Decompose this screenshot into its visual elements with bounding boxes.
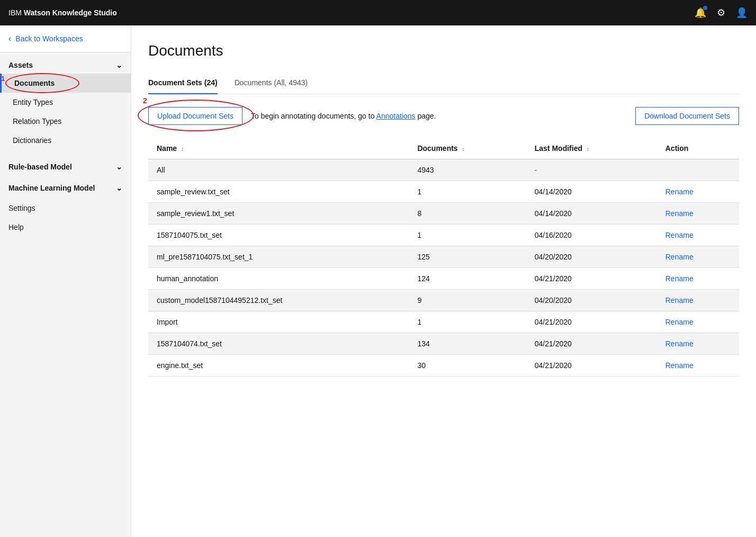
col-last-modified-label: Last Modified	[535, 144, 582, 153]
cell-documents: 9	[409, 290, 526, 311]
table-row: ml_pre1587104075.txt_set_112504/20/2020R…	[148, 246, 739, 268]
cell-last-modified: 04/14/2020	[526, 181, 657, 203]
cell-action[interactable]: Rename	[657, 203, 739, 225]
back-arrow-icon: ‹	[8, 34, 11, 43]
cell-name: sample_review.txt_set	[148, 181, 409, 203]
cell-documents: 8	[409, 203, 526, 225]
user-icon[interactable]: 👤	[736, 7, 748, 19]
cell-action[interactable]: Rename	[657, 268, 739, 290]
cell-action[interactable]: Rename	[657, 355, 739, 377]
table-row: 1587104074.txt_set13404/21/2020Rename	[148, 333, 739, 355]
rule-based-model-header[interactable]: Rule-based Model ⌄	[0, 154, 131, 175]
sidebar-item-label-entity-types: Entity Types	[13, 98, 53, 106]
tab-document-sets-label: Document Sets (24)	[148, 78, 218, 87]
cell-documents: 134	[409, 333, 526, 355]
layout: ‹ Back to Workspaces Assets ⌄ 1 Document…	[0, 25, 756, 537]
sidebar-item-relation-types[interactable]: Relation Types	[0, 112, 131, 131]
cell-name: 1587104074.txt_set	[148, 333, 409, 355]
download-document-sets-button[interactable]: Download Document Sets	[635, 107, 739, 125]
table-row: custom_model1587104495212.txt_set904/20/…	[148, 290, 739, 311]
cell-documents: 1	[409, 225, 526, 246]
cell-last-modified: -	[526, 159, 657, 181]
notification-icon[interactable]: 🔔	[695, 7, 706, 19]
action-bar-left: 2 Upload Document Sets To begin annotati…	[148, 107, 436, 125]
cell-last-modified: 04/21/2020	[526, 355, 657, 377]
info-text: To begin annotating documents, go to	[251, 112, 375, 120]
table-header: Name ↕ Documents ↕ Last Modified ↕ Actio…	[148, 138, 739, 159]
col-action-label: Action	[665, 144, 689, 153]
cell-last-modified: 04/20/2020	[526, 246, 657, 268]
cell-last-modified: 04/16/2020	[526, 225, 657, 246]
documents-sort-icon[interactable]: ↕	[462, 146, 465, 152]
cell-action[interactable]: Rename	[657, 290, 739, 311]
cell-name: All	[148, 159, 409, 181]
assets-section-header[interactable]: Assets ⌄	[0, 52, 131, 74]
cell-last-modified: 04/20/2020	[526, 290, 657, 311]
annotations-link[interactable]: Annotations	[376, 112, 416, 120]
sidebar-item-label-settings: Settings	[8, 204, 35, 212]
tabs: Document Sets (24) Documents (All, 4943)	[148, 72, 739, 94]
col-header-last-modified: Last Modified ↕	[526, 138, 657, 159]
cell-last-modified: 04/21/2020	[526, 311, 657, 333]
upload-document-sets-button[interactable]: Upload Document Sets	[148, 107, 242, 125]
sidebar-item-settings[interactable]: Settings	[0, 199, 131, 218]
cell-documents: 124	[409, 268, 526, 290]
tab-document-sets[interactable]: Document Sets (24)	[148, 72, 218, 94]
action-bar-info: To begin annotating documents, go to Ann…	[251, 112, 436, 120]
app-title: IBM Watson Knowledge Studio	[8, 8, 117, 17]
cell-action[interactable]: Rename	[657, 181, 739, 203]
cell-action[interactable]: Rename	[657, 225, 739, 246]
cell-last-modified: 04/14/2020	[526, 203, 657, 225]
table-row: human_annotation12404/21/2020Rename	[148, 268, 739, 290]
cell-documents: 1	[409, 311, 526, 333]
rule-based-label: Rule-based Model	[8, 163, 72, 171]
annotation-2: 2	[143, 96, 147, 105]
cell-last-modified: 04/21/2020	[526, 268, 657, 290]
cell-documents: 125	[409, 246, 526, 268]
sidebar-item-label-dictionaries: Dictionaries	[13, 136, 51, 145]
tab-documents-all-label: Documents (All, 4943)	[235, 78, 308, 87]
cell-name: engine.txt_set	[148, 355, 409, 377]
last-modified-sort-icon[interactable]: ↕	[587, 146, 589, 152]
annotation-1: 1	[1, 75, 5, 83]
cell-documents: 4943	[409, 159, 526, 181]
top-nav-left: IBM Watson Knowledge Studio	[8, 8, 117, 17]
sidebar-item-entity-types[interactable]: Entity Types	[0, 93, 131, 112]
cell-action[interactable]: Rename	[657, 311, 739, 333]
sidebar-item-label-relation-types: Relation Types	[13, 117, 61, 126]
page-title: Documents	[148, 42, 739, 59]
notification-dot	[703, 6, 707, 10]
table-row: 1587104075.txt_set104/16/2020Rename	[148, 225, 739, 246]
cell-action[interactable]: Rename	[657, 246, 739, 268]
sidebar-item-dictionaries[interactable]: Dictionaries	[0, 131, 131, 150]
cell-last-modified: 04/21/2020	[526, 333, 657, 355]
name-sort-icon[interactable]: ↕	[181, 146, 184, 152]
back-label: Back to Workspaces	[15, 34, 83, 43]
cell-name: Import	[148, 311, 409, 333]
document-sets-table: Name ↕ Documents ↕ Last Modified ↕ Actio…	[148, 138, 739, 377]
cell-documents: 1	[409, 181, 526, 203]
sidebar-item-help[interactable]: Help	[0, 218, 131, 237]
action-bar: 2 Upload Document Sets To begin annotati…	[148, 107, 739, 125]
sidebar-item-documents[interactable]: Documents	[0, 74, 131, 93]
ml-collapse-icon: ⌄	[116, 184, 122, 192]
assets-collapse-icon: ⌄	[116, 61, 122, 69]
cell-documents: 30	[409, 355, 526, 377]
sidebar: ‹ Back to Workspaces Assets ⌄ 1 Document…	[0, 25, 131, 537]
table-row: sample_review1.txt_set804/14/2020Rename	[148, 203, 739, 225]
cell-action[interactable]: Rename	[657, 333, 739, 355]
cell-name: human_annotation	[148, 268, 409, 290]
main-content: Documents Document Sets (24) Documents (…	[131, 25, 756, 537]
table-row: sample_review.txt_set104/14/2020Rename	[148, 181, 739, 203]
col-header-action: Action	[657, 138, 739, 159]
info-text-after: page.	[417, 112, 436, 120]
col-name-label: Name	[157, 144, 177, 153]
back-to-workspaces[interactable]: ‹ Back to Workspaces	[0, 25, 131, 52]
col-documents-label: Documents	[417, 144, 457, 153]
ml-model-header[interactable]: Machine Learning Model ⌄	[0, 175, 131, 196]
settings-icon[interactable]: ⚙	[717, 7, 725, 19]
top-nav-right: 🔔 ⚙ 👤	[695, 7, 748, 19]
tab-documents-all[interactable]: Documents (All, 4943)	[235, 72, 308, 94]
top-nav: IBM Watson Knowledge Studio 🔔 ⚙ 👤	[0, 0, 756, 25]
sidebar-item-label-documents: Documents	[14, 79, 55, 87]
